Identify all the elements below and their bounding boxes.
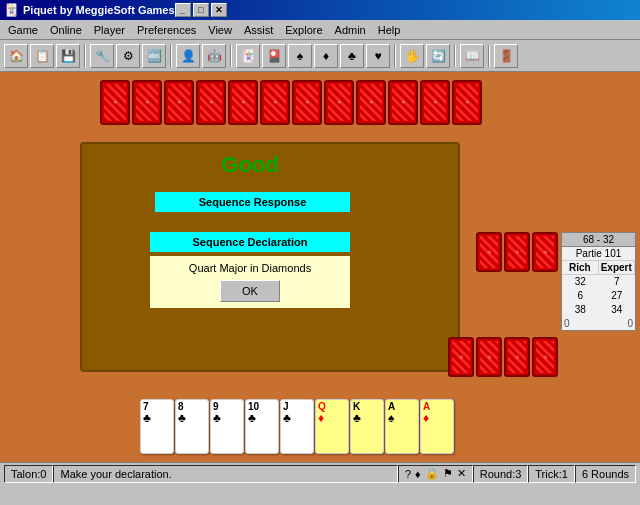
tb-deal2-btn[interactable]: 🔄 (426, 44, 450, 68)
game-area: Good Sequence Response Sequence Declarat… (0, 72, 640, 462)
status-round: Round:3 (473, 465, 529, 483)
menu-help[interactable]: Help (372, 22, 407, 38)
opp-card-12 (452, 80, 482, 125)
status-talon: Talon:0 (4, 465, 53, 483)
score-r3-rich: 38 (562, 303, 599, 316)
opp-card-10 (388, 80, 418, 125)
score-bottom-left: 0 (564, 318, 570, 329)
tb-cards6-btn[interactable]: ♥ (366, 44, 390, 68)
close-button[interactable]: ✕ (211, 3, 227, 17)
status-trick: Trick:1 (528, 465, 575, 483)
menu-assist[interactable]: Assist (238, 22, 279, 38)
tb-sep1 (84, 45, 86, 67)
title-bar: 🃏 Piquet by MeggieSoft Games _ □ ✕ (0, 0, 640, 20)
tb-sep2 (170, 45, 172, 67)
quart-text: Quart Major in Diamonds (156, 262, 344, 274)
score-r1-expert: 7 (599, 275, 636, 288)
player-card-8[interactable]: A♦ (420, 399, 454, 454)
status-icon-q[interactable]: ? (405, 468, 411, 480)
right-card-3 (532, 232, 558, 272)
score-r2-expert: 27 (599, 289, 636, 302)
toolbar: 🏠 📋 💾 🔧 ⚙ 🔤 👤 🤖 🃏 🎴 ♠ ♦ ♣ ♥ 🖐 🔄 📖 🚪 (0, 40, 640, 72)
tb-info-btn[interactable]: 📖 (460, 44, 484, 68)
opp-card-9 (356, 80, 386, 125)
player-hand: 7♣8♣9♣10♣J♣Q♦K♣A♠A♦ (140, 399, 454, 454)
status-icons: ? ♦ 🔒 ⚑ ✕ (398, 465, 473, 483)
tb-deal-btn[interactable]: 🖐 (400, 44, 424, 68)
status-message: Make your declaration. (53, 465, 397, 483)
tb-new-button[interactable]: 🏠 (4, 44, 28, 68)
score-bottom: 0 0 (562, 317, 635, 330)
status-icon-v[interactable]: ♦ (415, 468, 421, 480)
right-bot-card-2 (476, 337, 502, 377)
menu-bar: Game Online Player Preferences View Assi… (0, 20, 640, 40)
player-card-4[interactable]: J♣ (280, 399, 314, 454)
window-title: Piquet by MeggieSoft Games (23, 4, 175, 16)
title-icon: 🃏 (4, 3, 19, 17)
opp-card-6 (260, 80, 290, 125)
menu-explore[interactable]: Explore (279, 22, 328, 38)
tb-cards5-btn[interactable]: ♣ (340, 44, 364, 68)
opp-card-5 (228, 80, 258, 125)
player-card-1[interactable]: 8♣ (175, 399, 209, 454)
score-panel: 68 - 32 Partie 101 Rich Expert 32 7 6 27… (561, 232, 636, 331)
opp-card-11 (420, 80, 450, 125)
player-card-7[interactable]: A♠ (385, 399, 419, 454)
tb-cards3-btn[interactable]: ♠ (288, 44, 312, 68)
opp-card-1 (100, 80, 130, 125)
player-card-6[interactable]: K♣ (350, 399, 384, 454)
right-cards-bottom (448, 337, 558, 377)
tb-cards2-btn[interactable]: 🎴 (262, 44, 286, 68)
score-bottom-right: 0 (627, 318, 633, 329)
ok-button[interactable]: OK (220, 280, 280, 302)
status-icon-2[interactable]: ⚑ (443, 467, 453, 480)
status-icon-x[interactable]: ✕ (457, 467, 466, 480)
seq-decl-area: Sequence Declaration Quart Major in Diam… (150, 232, 350, 308)
tb-open-button[interactable]: 📋 (30, 44, 54, 68)
score-r2-rich: 6 (562, 289, 599, 302)
seq-response-banner: Sequence Response (155, 192, 350, 212)
opp-card-2 (132, 80, 162, 125)
tb-cards4-btn[interactable]: ♦ (314, 44, 338, 68)
menu-view[interactable]: View (202, 22, 238, 38)
tb-cards-btn[interactable]: 🃏 (236, 44, 260, 68)
tb-btn5[interactable]: ⚙ (116, 44, 140, 68)
right-card-1 (476, 232, 502, 272)
seq-decl-content: Quart Major in Diamonds OK (150, 256, 350, 308)
tb-btn6[interactable]: 🔤 (142, 44, 166, 68)
seq-decl-banner: Sequence Declaration (150, 232, 350, 252)
player-card-2[interactable]: 9♣ (210, 399, 244, 454)
right-bot-card-3 (504, 337, 530, 377)
minimize-button[interactable]: _ (175, 3, 191, 17)
score-col-rich: Rich (562, 261, 599, 274)
status-bar: Talon:0 Make your declaration. ? ♦ 🔒 ⚑ ✕… (0, 462, 640, 484)
tb-save-button[interactable]: 💾 (56, 44, 80, 68)
good-text: Good (150, 152, 350, 178)
tb-player-btn[interactable]: 👤 (176, 44, 200, 68)
status-icon-m[interactable]: 🔒 (425, 467, 439, 480)
tb-player2-btn[interactable]: 🤖 (202, 44, 226, 68)
opp-card-7 (292, 80, 322, 125)
tb-sep6 (488, 45, 490, 67)
menu-online[interactable]: Online (44, 22, 88, 38)
score-partie: Partie 101 (562, 247, 635, 261)
maximize-button[interactable]: □ (193, 3, 209, 17)
window-controls: _ □ ✕ (175, 3, 227, 17)
player-card-3[interactable]: 10♣ (245, 399, 279, 454)
menu-game[interactable]: Game (2, 22, 44, 38)
menu-preferences[interactable]: Preferences (131, 22, 202, 38)
menu-player[interactable]: Player (88, 22, 131, 38)
right-bot-card-1 (448, 337, 474, 377)
status-rounds: 6 Rounds (575, 465, 636, 483)
score-header: 68 - 32 (562, 233, 635, 247)
score-cols: Rich Expert (562, 261, 635, 275)
tb-exit-btn[interactable]: 🚪 (494, 44, 518, 68)
tb-sep3 (230, 45, 232, 67)
opp-card-8 (324, 80, 354, 125)
menu-admin[interactable]: Admin (329, 22, 372, 38)
player-card-0[interactable]: 7♣ (140, 399, 174, 454)
tb-sep4 (394, 45, 396, 67)
tb-btn4[interactable]: 🔧 (90, 44, 114, 68)
right-card-2 (504, 232, 530, 272)
player-card-5[interactable]: Q♦ (315, 399, 349, 454)
